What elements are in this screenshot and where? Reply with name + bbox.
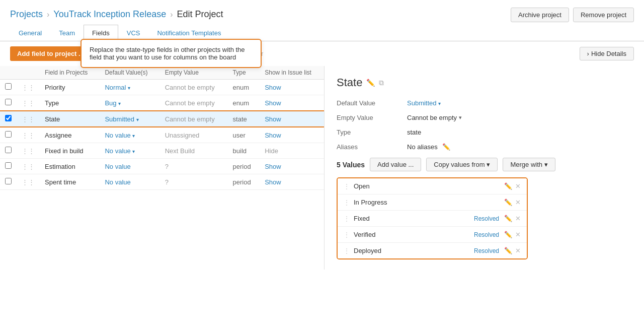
row-name-assignee: Assignee: [40, 127, 100, 143]
row-checkbox-state[interactable]: [5, 115, 12, 121]
row-drag-priority[interactable]: ⋮⋮: [17, 80, 40, 95]
toolbar: Add field to project ... ✏️ 🗑️ Replace D…: [0, 41, 644, 66]
value-delete-icon[interactable]: ✕: [515, 215, 521, 222]
row-show-estimation[interactable]: Show: [260, 159, 324, 174]
row-checkbox-priority[interactable]: [5, 83, 12, 90]
table-row: ⋮⋮ Assignee No value ▾ Unassigned user S…: [0, 127, 324, 143]
row-default-fixed_in_build[interactable]: No value ▾: [100, 143, 159, 159]
tab-team[interactable]: Team: [50, 25, 84, 41]
value-edit-icon[interactable]: ✏️: [504, 247, 512, 254]
row-show-state[interactable]: Show: [260, 111, 324, 127]
row-show-fixed_in_build[interactable]: Hide: [260, 143, 324, 159]
row-checkbox-fixed_in_build[interactable]: [5, 147, 12, 153]
aliases-row: Aliases No aliases ✏️: [337, 143, 632, 151]
table-row: ⋮⋮ State Submitted ▾ Cannot be empty sta…: [0, 111, 324, 127]
value-resolved-tag: Resolved: [474, 247, 499, 254]
row-checkbox-spent_time[interactable]: [5, 178, 12, 184]
row-type-assignee: user: [228, 127, 260, 143]
value-drag-handle[interactable]: ⋮: [344, 199, 350, 206]
remove-project-button[interactable]: Remove project: [573, 8, 634, 22]
default-value-row: Default Value Submitted ▾: [337, 99, 632, 107]
row-empty-estimation: ?: [160, 159, 228, 174]
chevron-right-icon: ›: [587, 50, 589, 57]
row-default-spent_time[interactable]: No value: [100, 174, 159, 190]
type-value: state: [407, 128, 421, 136]
row-default-assignee[interactable]: No value ▾: [100, 127, 159, 143]
add-field-button[interactable]: Add field to project ...: [10, 46, 91, 61]
value-delete-icon[interactable]: ✕: [515, 199, 521, 206]
project-name-link[interactable]: YouTrack Inception Release: [53, 9, 166, 20]
value-edit-icon[interactable]: ✏️: [504, 231, 512, 238]
value-delete-icon[interactable]: ✕: [515, 231, 521, 238]
row-default-priority[interactable]: Normal ▾: [100, 80, 159, 95]
value-actions: ✏️ ✕: [504, 215, 521, 222]
row-show-assignee[interactable]: Show: [260, 127, 324, 143]
value-edit-icon[interactable]: ✏️: [504, 215, 512, 222]
add-value-button[interactable]: Add value ...: [370, 158, 421, 171]
row-checkbox-estimation[interactable]: [5, 162, 12, 169]
row-drag-estimation[interactable]: ⋮⋮: [17, 159, 40, 174]
projects-link[interactable]: Projects: [10, 9, 43, 20]
row-drag-spent_time[interactable]: ⋮⋮: [17, 174, 40, 190]
copy-values-button[interactable]: Copy values from ▾: [426, 158, 498, 171]
row-show-spent_time[interactable]: Show: [260, 174, 324, 190]
value-resolved-tag: Resolved: [474, 231, 499, 238]
default-value-dropdown-arrow[interactable]: ▾: [438, 101, 441, 106]
row-default-estimation[interactable]: No value: [100, 159, 159, 174]
row-drag-fixed_in_build[interactable]: ⋮⋮: [17, 143, 40, 159]
value-edit-icon[interactable]: ✏️: [504, 182, 512, 190]
row-type-type: enum: [228, 95, 260, 111]
row-name-spent_time: Spent time: [40, 174, 100, 190]
value-delete-icon[interactable]: ✕: [515, 247, 521, 254]
row-default-state[interactable]: Submitted ▾: [100, 111, 159, 127]
hide-details-button[interactable]: › Hide Details: [580, 47, 634, 60]
default-value-link[interactable]: Submitted: [407, 99, 437, 107]
row-show-priority[interactable]: Show: [260, 80, 324, 95]
row-drag-assignee[interactable]: ⋮⋮: [17, 127, 40, 143]
row-checkbox-type[interactable]: [5, 99, 12, 105]
row-checkbox-cell-state: [0, 111, 17, 127]
row-checkbox-cell-assignee: [0, 127, 17, 143]
aliases-edit-icon[interactable]: ✏️: [442, 143, 450, 151]
row-drag-state[interactable]: ⋮⋮: [17, 111, 40, 127]
row-default-type[interactable]: Bug ▾: [100, 95, 159, 111]
archive-project-button[interactable]: Archive project: [511, 8, 569, 22]
row-checkbox-cell-fixed_in_build: [0, 143, 17, 159]
value-name: In Progress: [354, 199, 504, 206]
row-name-state: State: [40, 111, 100, 127]
value-edit-icon[interactable]: ✏️: [504, 199, 512, 206]
row-empty-priority: Cannot be empty: [160, 80, 228, 95]
breadcrumb-sep1: ›: [47, 10, 49, 19]
tab-general[interactable]: General: [10, 25, 50, 41]
row-name-fixed_in_build: Fixed in build: [40, 143, 100, 159]
detail-copy-icon[interactable]: ⧉: [379, 79, 384, 87]
value-drag-handle[interactable]: ⋮: [344, 231, 350, 238]
values-count: 5 Values: [337, 161, 365, 169]
row-checkbox-cell-type: [0, 95, 17, 111]
merge-with-arrow: ▾: [544, 161, 548, 168]
aliases-text: No aliases: [407, 143, 438, 151]
row-empty-type: Cannot be empty: [160, 95, 228, 111]
row-show-type[interactable]: Show: [260, 95, 324, 111]
detail-edit-icon[interactable]: ✏️: [366, 79, 375, 87]
row-drag-type[interactable]: ⋮⋮: [17, 95, 40, 111]
table-row: ⋮⋮ Type Bug ▾ Cannot be empty enum Show: [0, 95, 324, 111]
breadcrumb-sep2: ›: [170, 10, 173, 19]
value-delete-icon[interactable]: ✕: [515, 182, 521, 190]
value-name: Open: [354, 182, 504, 190]
row-checkbox-assignee[interactable]: [5, 131, 12, 138]
detail-panel: State ✏️ ⧉ Default Value Submitted ▾ Emp…: [325, 66, 644, 270]
row-name-priority: Priority: [40, 80, 100, 95]
value-drag-handle[interactable]: ⋮: [344, 247, 350, 254]
value-actions: ✏️ ✕: [504, 182, 521, 190]
col-header-show: Show in Issue list: [260, 66, 324, 80]
value-drag-handle[interactable]: ⋮: [344, 183, 350, 190]
empty-value-label: Empty Value: [337, 114, 407, 121]
table-row: ⋮⋮ Priority Normal ▾ Cannot be empty enu…: [0, 80, 324, 95]
empty-value-dropdown-arrow[interactable]: ▾: [459, 114, 462, 121]
empty-value-row: Empty Value Cannot be empty ▾: [337, 114, 632, 121]
value-drag-handle[interactable]: ⋮: [344, 215, 350, 222]
empty-value-text: Cannot be empty: [407, 114, 457, 121]
merge-with-button[interactable]: Merge with ▾: [503, 158, 555, 171]
row-type-fixed_in_build: build: [228, 143, 260, 159]
